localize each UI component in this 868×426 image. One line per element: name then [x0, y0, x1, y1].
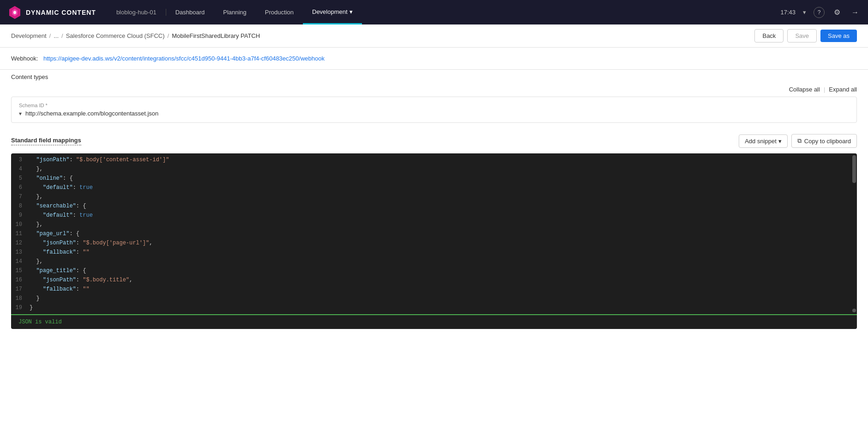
- code-lines: 3 "jsonPath": "$.body['content-asset-id'…: [11, 153, 857, 314]
- logout-button[interactable]: →: [850, 6, 861, 18]
- breadcrumb: Development / ... / Salesforce Commerce …: [11, 32, 260, 39]
- logo-icon: [7, 5, 22, 20]
- code-line: 7 },: [11, 192, 857, 201]
- copy-icon: ⧉: [797, 137, 802, 145]
- nav-tab-planning[interactable]: Planning: [214, 0, 256, 24]
- breadcrumb-sep-3: /: [168, 32, 169, 39]
- breadcrumb-sep-1: /: [49, 32, 51, 39]
- field-mappings-actions: Add snippet ▾ ⧉ Copy to clipboard: [739, 134, 857, 148]
- nav-tab-production[interactable]: Production: [256, 0, 303, 24]
- time-display: 17:43: [780, 9, 796, 16]
- code-editor[interactable]: 3 "jsonPath": "$.body['content-asset-id'…: [11, 153, 857, 314]
- code-line: 3 "jsonPath": "$.body['content-asset-id'…: [11, 155, 857, 164]
- webhook-section: Webhook: https://apigee-dev.adis.ws/v2/c…: [0, 48, 868, 70]
- logo-area: DYNAMIC CONTENT: [7, 5, 96, 20]
- content-types-section: Content types: [0, 70, 868, 80]
- dropdown-arrow-icon: ▾: [350, 8, 353, 15]
- collapse-controls: Collapse all | Expand all: [0, 80, 868, 97]
- json-valid-message: JSON is valid: [18, 319, 62, 325]
- nav-tabs: Dashboard Planning Production Developmen…: [166, 0, 781, 24]
- scrollbar-vertical-bottom[interactable]: [852, 309, 856, 312]
- save-button[interactable]: Save: [787, 29, 817, 43]
- schema-value-row: ▾ http://schema.example.com/blogcontenta…: [19, 110, 849, 117]
- json-status-bar: JSON is valid: [11, 314, 857, 329]
- breadcrumb-sep-2: /: [61, 32, 63, 39]
- app-name: DYNAMIC CONTENT: [26, 9, 96, 16]
- code-line: 18 }: [11, 294, 857, 303]
- breadcrumb-sfcc[interactable]: Salesforce Commerce Cloud (SFCC): [66, 32, 165, 39]
- help-button[interactable]: ?: [814, 7, 825, 18]
- code-line: 14 },: [11, 257, 857, 266]
- breadcrumb-ellipsis[interactable]: ...: [54, 32, 59, 39]
- snippet-dropdown-icon: ▾: [778, 138, 782, 145]
- webhook-label: Webhook:: [11, 55, 38, 62]
- breadcrumb-development[interactable]: Development: [11, 32, 47, 39]
- back-button[interactable]: Back: [754, 29, 784, 43]
- code-line: 15 "page_title": {: [11, 266, 857, 275]
- nav-tab-development[interactable]: Development ▾: [303, 0, 362, 24]
- schema-value: http://schema.example.com/blogcontentass…: [25, 110, 158, 117]
- breadcrumb-bar: Development / ... / Salesforce Commerce …: [0, 24, 868, 48]
- dropdown-icon[interactable]: ▾: [803, 9, 806, 16]
- schema-container: Schema ID * ▾ http://schema.example.com/…: [0, 97, 868, 123]
- copy-to-clipboard-button[interactable]: ⧉ Copy to clipboard: [791, 134, 857, 148]
- content-types-label: Content types: [11, 73, 48, 80]
- code-line: 17 "fallback": "": [11, 285, 857, 294]
- chevron-down-icon[interactable]: ▾: [19, 110, 22, 117]
- code-line: 8 "searchable": {: [11, 201, 857, 211]
- expand-all-button[interactable]: Expand all: [829, 86, 857, 93]
- add-snippet-label: Add snippet: [745, 138, 777, 145]
- add-snippet-button[interactable]: Add snippet ▾: [739, 134, 788, 148]
- scrollbar-vertical-top[interactable]: [852, 155, 856, 183]
- breadcrumb-current: MobileFirstSharedLibrary PATCH: [172, 32, 260, 39]
- schema-row: Schema ID * ▾ http://schema.example.com/…: [11, 97, 857, 123]
- controls-separator: |: [824, 86, 825, 93]
- top-navigation: DYNAMIC CONTENT bloblog-hub-01 Dashboard…: [0, 0, 868, 24]
- webhook-url[interactable]: https://apigee-dev.adis.ws/v2/content/in…: [43, 55, 325, 62]
- code-line: 6 "default": true: [11, 183, 857, 192]
- code-line: 11 "page_url": {: [11, 229, 857, 238]
- schema-id-label: Schema ID *: [19, 103, 849, 108]
- breadcrumb-actions: Back Save Save as: [754, 29, 857, 43]
- code-line: 16 "jsonPath": "$.body.title",: [11, 275, 857, 285]
- settings-button[interactable]: ⚙: [832, 6, 842, 18]
- code-line: 5 "online": {: [11, 174, 857, 183]
- copy-label: Copy to clipboard: [804, 138, 851, 145]
- collapse-all-button[interactable]: Collapse all: [789, 86, 820, 93]
- code-line: 4 },: [11, 164, 857, 174]
- nav-tab-dashboard[interactable]: Dashboard: [166, 0, 214, 24]
- field-mappings-header: Standard field mappings Add snippet ▾ ⧉ …: [0, 123, 868, 153]
- code-line: 10 },: [11, 220, 857, 229]
- field-mappings-title: Standard field mappings: [11, 137, 81, 146]
- nav-right: 17:43 ▾ ? ⚙ →: [780, 6, 861, 18]
- code-line: 12 "jsonPath": "$.body['page-url']",: [11, 238, 857, 248]
- save-as-button[interactable]: Save as: [820, 30, 857, 42]
- hub-name: bloblog-hub-01: [107, 9, 166, 16]
- code-line: 19 }: [11, 303, 857, 312]
- code-line: 13 "fallback": "": [11, 248, 857, 257]
- code-line: 9 "default": true: [11, 211, 857, 220]
